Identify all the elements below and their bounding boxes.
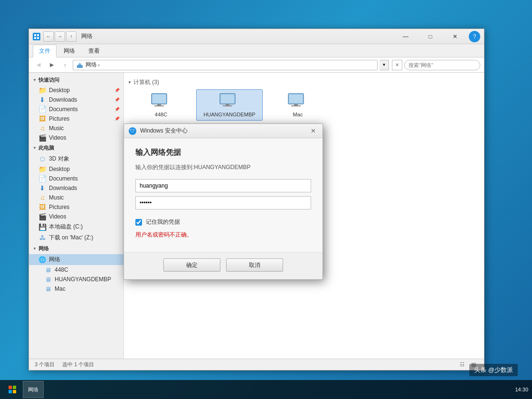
credential-dialog: 🛡 Windows 安全中心 ✕ 输入网络凭据 输入你的凭据以连接到:HUANG… (124, 124, 323, 280)
music-icon-qa: ♫ (38, 125, 46, 132)
sidebar-item-huangyangdembp[interactable]: 🖥 HUANGYANGDEMBP (29, 275, 124, 284)
tab-file[interactable]: 文件 (33, 45, 57, 57)
help-button[interactable]: ? (469, 31, 480, 42)
sidebar-item-videos-pc[interactable]: 🎬 Videos (29, 212, 124, 221)
svg-rect-10 (154, 105, 164, 106)
ribbon-tabs: 文件 网络 查看 (29, 44, 484, 57)
dialog-body: 输入网络凭据 输入你的凭据以连接到:HUANGYANGDEMBP 记住我的凭据 … (124, 138, 323, 252)
quick-access-header[interactable]: ▼ 快速访问 (29, 75, 124, 86)
svg-rect-16 (289, 95, 303, 103)
sidebar-item-music-qa[interactable]: ♫ Music (29, 124, 124, 133)
file-item-mac[interactable]: Mac (265, 89, 331, 121)
watermark: 头条 @少数派 (469, 364, 518, 376)
videos-icon-qa: 🎬 (38, 134, 46, 141)
sidebar-item-3d[interactable]: ⬡ 3D 对象 (29, 153, 124, 164)
network-pc-icon-mac: 🖥 (44, 285, 52, 292)
file-item-448c[interactable]: 448C (128, 89, 194, 121)
pics-icon-pc: 🖼 (38, 204, 46, 210)
minimize-button[interactable]: — (395, 29, 417, 44)
taskbar-item-label: 网络 (28, 386, 38, 393)
forward-btn-title[interactable]: → (55, 31, 65, 42)
quick-access-arrow: ▼ (33, 78, 37, 82)
music-icon-pc: ♫ (38, 194, 46, 201)
up-btn-title[interactable]: ↑ (66, 31, 76, 42)
cancel-button[interactable]: 取消 (226, 258, 283, 272)
sidebar-item-local-disk[interactable]: 💾 本地磁盘 (C:) (29, 221, 124, 232)
search-input[interactable] (404, 60, 480, 70)
address-clear[interactable]: ✕ (392, 60, 402, 70)
up-button[interactable]: ↑ (59, 60, 71, 70)
maximize-button[interactable]: □ (419, 29, 441, 44)
sidebar-item-pictures-pc[interactable]: 🖼 Pictures (29, 202, 124, 212)
sidebar-item-documents-qa[interactable]: 📄 Documents 📌 (29, 104, 124, 114)
sidebar-item-documents-pc[interactable]: 📄 Documents (29, 174, 124, 183)
tab-network[interactable]: 网络 (57, 45, 81, 57)
sidebar-item-downloads-qa[interactable]: ⬇ Downloads 📌 (29, 95, 124, 104)
network-arrow: ▼ (33, 247, 37, 251)
items-grid: 448C HUANGYANGDEMBP (128, 89, 480, 121)
pin-icon: 📌 (114, 88, 120, 93)
network-disk-icon: 🖧 (38, 235, 46, 241)
svg-rect-1 (37, 34, 39, 36)
file-item-label-448c: 448C (155, 112, 167, 117)
svg-rect-17 (294, 104, 298, 105)
sidebar: ▼ 快速访问 📁 Desktop 📌 ⬇ Downloads 📌 📄 Docum… (29, 73, 124, 359)
svg-rect-18 (291, 105, 301, 106)
error-message: 用户名或密码不正确。 (135, 231, 311, 239)
section-label: 计算机 (3) (133, 78, 159, 86)
dialog-heading: 输入网络凭据 (135, 148, 311, 158)
tab-view[interactable]: 查看 (82, 45, 106, 57)
details-view-btn[interactable]: ☷ (457, 361, 467, 369)
sidebar-item-mac[interactable]: 🖥 Mac (29, 284, 124, 294)
svg-rect-13 (226, 104, 229, 105)
network-path-icon (76, 61, 84, 69)
folder-icon: 📁 (38, 87, 46, 94)
svg-rect-12 (221, 95, 234, 103)
dialog-title-text: Windows 安全中心 (140, 127, 304, 135)
section-header: ▼ 计算机 (3) (128, 76, 480, 89)
sidebar-item-network-root[interactable]: 🌐 网络 (29, 254, 124, 265)
sidebar-item-music-pc[interactable]: ♫ Music (29, 193, 124, 202)
quick-access-btn[interactable]: ← (43, 31, 54, 42)
close-button[interactable]: ✕ (444, 29, 466, 44)
dialog-shield-icon: 🛡 (129, 127, 136, 135)
dl-icon-pc: ⬇ (38, 185, 46, 191)
file-item-huangyangdembp[interactable]: HUANGYANGDEMBP (196, 89, 263, 121)
network-header[interactable]: ▼ 网络 (29, 243, 124, 254)
computer-icon-mbp (218, 93, 241, 110)
remember-checkbox[interactable] (135, 219, 142, 226)
address-path[interactable]: 网络 › (73, 60, 378, 70)
taskbar-explorer-item[interactable]: 网络 (23, 381, 44, 398)
folder-icon-desktop: 📁 (38, 166, 46, 172)
svg-rect-19 (9, 386, 12, 389)
confirm-button[interactable]: 确定 (163, 258, 220, 272)
address-dropdown[interactable]: ▼ (380, 60, 389, 70)
docs-icon-pc: 📄 (38, 175, 46, 182)
svg-rect-9 (157, 104, 161, 105)
sidebar-item-downloads-pc[interactable]: ⬇ Downloads (29, 183, 124, 193)
this-pc-header[interactable]: ▼ 此电脑 (29, 142, 124, 153)
sidebar-item-desktop-qa[interactable]: 📁 Desktop 📌 (29, 86, 124, 95)
svg-rect-8 (152, 95, 166, 103)
dialog-close-button[interactable]: ✕ (308, 126, 318, 136)
svg-rect-22 (13, 390, 16, 393)
sidebar-item-videos-qa[interactable]: 🎬 Videos (29, 133, 124, 142)
password-input[interactable] (135, 196, 311, 209)
windows-logo-icon (8, 385, 17, 394)
svg-rect-6 (79, 63, 80, 64)
svg-rect-14 (223, 105, 232, 106)
videos-icon-pc: 🎬 (38, 213, 46, 220)
network-section-label: 网络 (38, 245, 49, 252)
back-button[interactable]: ◀ (33, 60, 44, 70)
status-bar: 3 个项目 选中 1 个项目 ☷ ▤ (29, 359, 484, 370)
sidebar-item-448c[interactable]: 🖥 448C (29, 265, 124, 275)
start-button[interactable] (4, 381, 21, 398)
sidebar-item-pictures-qa[interactable]: 🖼 Pictures 📌 (29, 114, 124, 124)
forward-button[interactable]: ▶ (46, 60, 57, 70)
network-icon: 🌐 (38, 256, 46, 263)
sidebar-item-network-disk[interactable]: 🖧 下载 on 'Mac' (Z:) (29, 232, 124, 243)
username-input[interactable] (135, 179, 311, 192)
address-bar: ◀ ▶ ↑ 网络 › ▼ ✕ (29, 57, 484, 73)
sidebar-item-desktop-pc[interactable]: 📁 Desktop (29, 164, 124, 174)
section-chevron: ▼ (128, 80, 132, 85)
